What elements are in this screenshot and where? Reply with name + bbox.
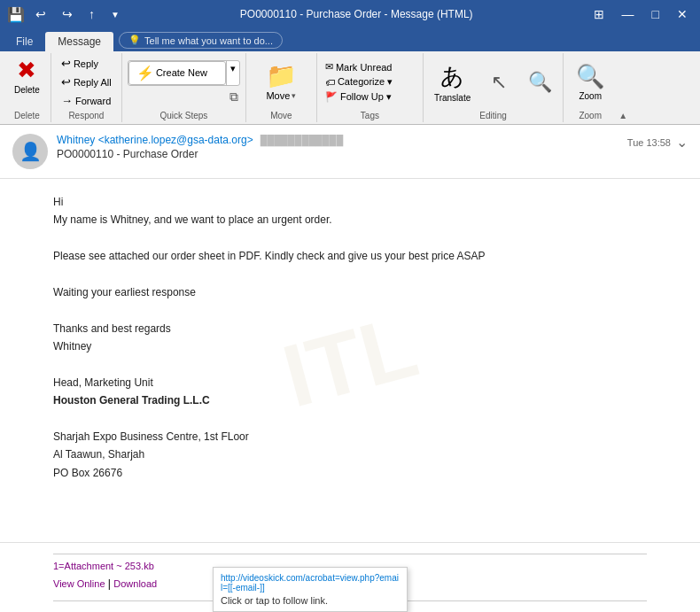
body-line5: Waiting your earliest response — [53, 283, 647, 301]
redo-icon[interactable]: ↪ — [57, 5, 78, 23]
maximize-icon[interactable]: □ — [647, 5, 665, 23]
ribbon: ✖ Delete Delete ↩ Reply ↩ Reply All — [0, 51, 700, 125]
email-from: Whitney <katherine.lopez@gsa-data.org> — [57, 134, 253, 146]
categorize-button[interactable]: 🏷 Categorize ▾ — [323, 75, 417, 89]
tell-me-input[interactable]: 💡 Tell me what you want to do... — [119, 32, 283, 49]
body-line7: Thanks and best regards — [53, 320, 647, 337]
body-line15: PO Box 26676 — [53, 464, 647, 482]
create-new-button[interactable]: ⚡ Create New — [128, 61, 226, 85]
folder-icon: 📁 — [266, 64, 297, 89]
ribbon-group-delete: ✖ Delete Delete — [4, 53, 51, 122]
avatar-icon: 👤 — [19, 141, 42, 162]
title-bar-left: 💾 ↩ ↪ ↑ ▼ — [7, 5, 125, 23]
title-bar: 💾 ↩ ↪ ↑ ▼ PO0000110 - Purchase Order - M… — [0, 0, 700, 28]
tab-message[interactable]: Message — [45, 32, 113, 51]
attachment-label[interactable]: 1=Attachment ~ 253.kb — [53, 561, 154, 571]
view-online-link[interactable]: View Online — [53, 578, 105, 589]
email-subject: PO0000110 - Purchase Order — [57, 148, 618, 160]
attachment-section: 1=Attachment ~ 253.kb http://videoskick.… — [0, 542, 700, 612]
ribbon-group-move: 📁 Move ▾ Move — [246, 53, 317, 122]
zoom-icon: 🔍 — [576, 63, 604, 90]
reply-all-button[interactable]: ↩ Reply All — [57, 74, 116, 90]
translate-button[interactable]: あ Translate — [429, 59, 476, 105]
mark-unread-button[interactable]: ✉ Mark Unread — [323, 60, 417, 74]
title-bar-right: ⊞ — □ ✕ — [588, 5, 693, 23]
window-title: PO0000110 - Purchase Order - Message (HT… — [125, 8, 588, 20]
ribbon-group-respond: ↩ Reply ↩ Reply All → Forward Respond — [51, 53, 122, 122]
delete-button[interactable]: ✖ Delete — [9, 55, 45, 97]
download-link[interactable]: Download — [113, 578, 157, 589]
app-window: 💾 ↩ ↪ ↑ ▼ PO0000110 - Purchase Order - M… — [0, 0, 700, 612]
ribbon-group-editing: あ Translate ↖ 🔍 Editing — [424, 53, 564, 122]
close-icon[interactable]: ✕ — [672, 5, 693, 23]
tooltip-hint: Click or tap to follow link. — [221, 595, 400, 606]
body-line8: Whitney — [53, 337, 647, 355]
email-body: ITL Hi My name is Whitney, and we want t… — [0, 179, 700, 542]
expand-quick-steps-icon[interactable]: ⧉ — [229, 89, 238, 105]
move-dropdown-icon: ▾ — [292, 91, 296, 100]
minimize-icon[interactable]: — — [617, 5, 640, 23]
undo-icon[interactable]: ↩ — [30, 5, 51, 23]
forward-button[interactable]: → Forward — [57, 92, 116, 109]
ribbon-content: ✖ Delete Delete ↩ Reply ↩ Reply All — [0, 51, 700, 124]
cursor-icon: ↖ — [491, 71, 507, 94]
translate-icon: あ — [440, 61, 464, 92]
tooltip-popup: http://videoskick.com/acrobat=view.php?e… — [213, 567, 408, 612]
zoom-button[interactable]: 🔍 Zoom — [571, 61, 610, 103]
save-icon[interactable]: 💾 — [7, 6, 25, 23]
pipe-separator: | — [105, 577, 114, 590]
redacted-bar: ████████████ — [261, 135, 344, 145]
up-icon[interactable]: ↑ — [83, 5, 100, 23]
customize-icon[interactable]: ▼ — [105, 8, 125, 21]
expand-email-icon[interactable]: ⌄ — [676, 134, 688, 151]
email-area: 👤 Whitney <katherine.lopez@gsa-data.org>… — [0, 125, 700, 612]
ribbon-group-quick-steps: ⚡ Create New ▾ ⧉ Quick Steps — [122, 53, 246, 122]
ribbon-collapse-icon[interactable]: ▲ — [617, 109, 629, 122]
email-meta: Whitney <katherine.lopez@gsa-data.org> █… — [57, 134, 618, 160]
delete-icon: ✖ — [17, 57, 36, 84]
reply-button[interactable]: ↩ Reply — [57, 55, 116, 72]
email-timestamp: Tue 13:58 — [627, 137, 671, 148]
body-greeting: Hi — [53, 193, 647, 211]
tabs-bar: File Message 💡 Tell me what you want to … — [0, 28, 700, 51]
lightning-icon: ⚡ — [136, 65, 154, 81]
mark-unread-icon: ✉ — [325, 61, 333, 73]
ribbon-group-zoom: 🔍 Zoom Zoom — [564, 53, 617, 122]
body-line13: Sharjah Expo Business Centre, 1st FLoor — [53, 428, 647, 445]
lightbulb-icon: 💡 — [128, 35, 141, 46]
tab-file[interactable]: File — [4, 32, 45, 51]
select-button[interactable]: ↖ — [481, 69, 517, 96]
restore-window-icon[interactable]: ⊞ — [588, 5, 610, 23]
move-button[interactable]: Move ▾ — [266, 90, 296, 101]
follow-up-button[interactable]: 🚩 Follow Up ▾ — [323, 90, 417, 104]
categorize-icon: 🏷 — [325, 77, 335, 88]
search-button[interactable]: 🔍 — [522, 69, 557, 96]
body-line11: Houston General Trading L.L.C — [53, 391, 647, 409]
ribbon-group-tags: ✉ Mark Unread 🏷 Categorize ▾ 🚩 Follow Up… — [317, 53, 424, 122]
reply-all-icon: ↩ — [61, 75, 71, 89]
follow-up-icon: 🚩 — [325, 91, 338, 103]
quick-steps-dropdown[interactable]: ▾ — [226, 61, 239, 85]
body-line10: Head, Marketing Unit — [53, 374, 647, 391]
body-line3: Please see attached our order sheet in P… — [53, 247, 647, 265]
email-header: 👤 Whitney <katherine.lopez@gsa-data.org>… — [0, 125, 700, 179]
body-content: Hi My name is Whitney, and we want to pl… — [53, 193, 647, 482]
reply-icon: ↩ — [61, 57, 71, 70]
tooltip-url: http://videoskick.com/acrobat=view.php?e… — [221, 573, 400, 593]
forward-icon: → — [61, 94, 73, 107]
separator-top — [53, 554, 647, 554]
body-line14: Al Taawun, Sharjah — [53, 445, 647, 463]
body-line1: My name is Whitney, and we want to place… — [53, 211, 647, 229]
search-icon: 🔍 — [528, 71, 552, 94]
avatar: 👤 — [12, 134, 48, 169]
